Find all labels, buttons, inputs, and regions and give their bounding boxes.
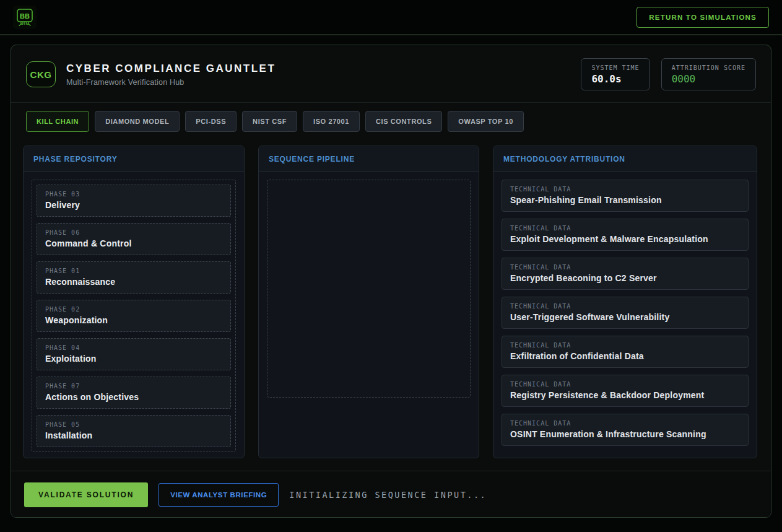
sequence-pipeline-panel: SEQUENCE PIPELINE <box>258 146 479 458</box>
phase-repository-title: PHASE REPOSITORY <box>24 146 244 172</box>
methodology-attribution-panel: METHODOLOGY ATTRIBUTION TECHNICAL DATA S… <box>493 146 757 458</box>
app-header: CKG CYBER COMPLIANCE GAUNTLET Multi-Fram… <box>11 45 771 103</box>
tab-diamond-model[interactable]: DIAMOND MODEL <box>95 111 180 132</box>
app-identity: CKG CYBER COMPLIANCE GAUNTLET Multi-Fram… <box>26 61 276 87</box>
tab-owasp-top-10[interactable]: OWASP TOP 10 <box>448 111 524 132</box>
tech-data-title: Registry Persistence & Backdoor Deployme… <box>510 390 740 400</box>
phase-repository-body: PHASE 03 Delivery PHASE 06 Command & Con… <box>24 172 244 458</box>
tech-data-label: TECHNICAL DATA <box>510 381 740 388</box>
phase-list: PHASE 03 Delivery PHASE 06 Command & Con… <box>32 180 236 452</box>
page-subtitle: Multi-Framework Verification Hub <box>66 78 276 87</box>
phase-name: Exploitation <box>45 354 222 364</box>
tech-card-encrypted-beaconing[interactable]: TECHNICAL DATA Encrypted Beaconing to C2… <box>502 258 749 290</box>
phase-card-actions-on-objectives[interactable]: PHASE 07 Actions on Objectives <box>37 377 231 409</box>
tech-data-label: TECHNICAL DATA <box>510 342 740 349</box>
sequence-drop-zone[interactable] <box>267 180 471 398</box>
main-container: CKG CYBER COMPLIANCE GAUNTLET Multi-Fram… <box>11 45 771 518</box>
tab-cis-controls[interactable]: CIS CONTROLS <box>365 111 442 132</box>
technical-data-list: TECHNICAL DATA Spear-Phishing Email Tran… <box>502 180 749 450</box>
attribution-score-label: ATTRIBUTION SCORE <box>672 64 745 71</box>
app-badge: CKG <box>26 61 56 87</box>
tech-data-label: TECHNICAL DATA <box>510 264 740 271</box>
phase-card-installation[interactable]: PHASE 05 Installation <box>37 415 231 447</box>
phase-name: Command & Control <box>45 238 222 248</box>
view-analyst-briefing-button[interactable]: VIEW ANALYST BRIEFING <box>159 483 279 507</box>
tech-data-label: TECHNICAL DATA <box>510 186 740 193</box>
tab-pci-dss[interactable]: PCI-DSS <box>185 111 237 132</box>
svg-text:BB: BB <box>20 12 30 19</box>
phase-card-delivery[interactable]: PHASE 03 Delivery <box>37 185 231 217</box>
tech-card-spear-phishing[interactable]: TECHNICAL DATA Spear-Phishing Email Tran… <box>502 180 749 212</box>
tech-data-title: OSINT Enumeration & Infrastructure Scann… <box>510 429 740 439</box>
tech-data-title: Exploit Development & Malware Encapsulat… <box>510 234 740 244</box>
tab-kill-chain[interactable]: KILL CHAIN <box>26 111 89 132</box>
phase-name: Delivery <box>45 200 222 210</box>
system-time-value: 60.0s <box>591 73 639 85</box>
app-title-block: CYBER COMPLIANCE GAUNTLET Multi-Framewor… <box>66 63 276 87</box>
phase-name: Reconnaissance <box>45 277 222 287</box>
phase-card-command-control[interactable]: PHASE 06 Command & Control <box>37 223 231 255</box>
tech-data-label: TECHNICAL DATA <box>510 225 740 232</box>
tech-data-title: Encrypted Beaconing to C2 Server <box>510 273 740 283</box>
stat-boxes: SYSTEM TIME 60.0s ATTRIBUTION SCORE 0000 <box>581 58 756 90</box>
content-grid: PHASE REPOSITORY PHASE 03 Delivery PHASE… <box>11 144 771 471</box>
attribution-score-box: ATTRIBUTION SCORE 0000 <box>661 58 756 90</box>
tech-card-exfiltration[interactable]: TECHNICAL DATA Exfiltration of Confident… <box>502 336 749 368</box>
phase-name: Actions on Objectives <box>45 392 222 402</box>
phase-number: PHASE 03 <box>45 191 222 198</box>
phase-card-weaponization[interactable]: PHASE 02 Weaponization <box>37 300 231 332</box>
tech-data-label: TECHNICAL DATA <box>510 303 740 310</box>
tab-nist-csf[interactable]: NIST CSF <box>242 111 297 132</box>
phase-number: PHASE 06 <box>45 229 222 236</box>
phase-name: Weaponization <box>45 315 222 325</box>
phase-number: PHASE 01 <box>45 268 222 274</box>
phase-number: PHASE 04 <box>45 344 222 351</box>
phase-name: Installation <box>45 430 222 440</box>
page-title: CYBER COMPLIANCE GAUNTLET <box>66 63 276 75</box>
phase-number: PHASE 07 <box>45 383 222 390</box>
tech-card-exploit-development[interactable]: TECHNICAL DATA Exploit Development & Mal… <box>502 219 749 251</box>
return-to-simulations-button[interactable]: RETURN TO SIMULATIONS <box>636 7 769 28</box>
status-message: INITIALIZING SEQUENCE INPUT... <box>289 490 487 500</box>
phase-card-reconnaissance[interactable]: PHASE 01 Reconnaissance <box>37 261 231 294</box>
system-time-box: SYSTEM TIME 60.0s <box>581 58 649 90</box>
phase-card-exploitation[interactable]: PHASE 04 Exploitation <box>37 338 231 370</box>
tech-data-title: User-Triggered Software Vulnerability <box>510 312 740 322</box>
action-bar: VALIDATE SOLUTION VIEW ANALYST BRIEFING … <box>11 471 771 518</box>
sequence-pipeline-body <box>259 172 479 458</box>
phase-number: PHASE 05 <box>45 421 222 428</box>
phase-repository-panel: PHASE REPOSITORY PHASE 03 Delivery PHASE… <box>23 146 245 458</box>
tech-card-osint-enumeration[interactable]: TECHNICAL DATA OSINT Enumeration & Infra… <box>502 414 749 446</box>
tech-card-user-triggered-vulnerability[interactable]: TECHNICAL DATA User-Triggered Software V… <box>502 297 749 329</box>
methodology-attribution-title: METHODOLOGY ATTRIBUTION <box>493 146 757 172</box>
sequence-pipeline-title: SEQUENCE PIPELINE <box>259 146 479 172</box>
tech-data-title: Spear-Phishing Email Transmission <box>510 195 740 205</box>
tech-card-registry-persistence[interactable]: TECHNICAL DATA Registry Persistence & Ba… <box>502 375 749 407</box>
methodology-attribution-body: TECHNICAL DATA Spear-Phishing Email Tran… <box>493 172 757 458</box>
validate-solution-button[interactable]: VALIDATE SOLUTION <box>24 482 148 507</box>
attribution-score-value: 0000 <box>672 73 745 85</box>
phase-number: PHASE 02 <box>45 306 222 313</box>
brand-logo-icon[interactable]: BB <box>13 6 37 29</box>
top-bar: BB RETURN TO SIMULATIONS <box>0 0 782 35</box>
system-time-label: SYSTEM TIME <box>591 64 639 71</box>
tech-data-label: TECHNICAL DATA <box>510 420 740 427</box>
framework-tabs: KILL CHAIN DIAMOND MODEL PCI-DSS NIST CS… <box>11 103 771 144</box>
tab-iso-27001[interactable]: ISO 27001 <box>303 111 360 132</box>
tech-data-title: Exfiltration of Confidential Data <box>510 351 740 361</box>
